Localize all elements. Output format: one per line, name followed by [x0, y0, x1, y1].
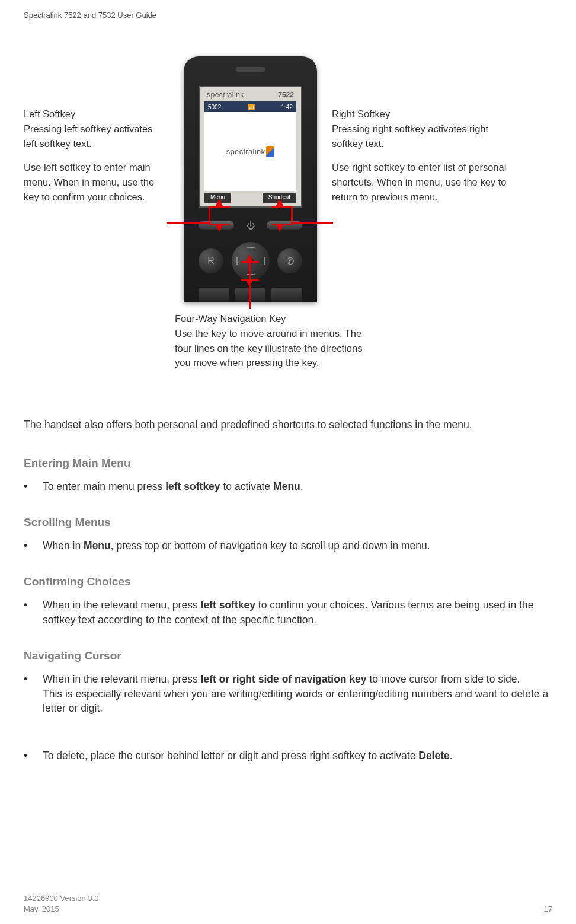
phone-diagram: spectralink 7522 5002 📶 1:42 spectralink…	[24, 56, 552, 400]
status-bar: 5002 📶 1:42	[204, 101, 296, 112]
callout-nav-key: Four-Way Navigation Key Use the key to m…	[175, 311, 370, 370]
arrow-down-icon	[215, 224, 223, 232]
callout-line	[209, 206, 210, 224]
bold-text: left softkey	[165, 480, 220, 492]
text: to activate	[220, 480, 274, 492]
callout-left-usage: Use left softkey to enter main menu. Whe…	[24, 160, 157, 204]
phone-screen: spectralink 7522 5002 📶 1:42 spectralink…	[199, 86, 302, 208]
heading-entering-main-menu: Entering Main Menu	[24, 457, 131, 470]
bold-text: Menu	[273, 480, 300, 492]
status-ext: 5002	[208, 104, 221, 110]
bullet-content: To delete, place the cursor behind lette…	[43, 748, 552, 763]
footer-version: 14226900 Version 3.0	[24, 894, 99, 903]
callout-line	[291, 206, 293, 224]
callout-right-softkey: Right Softkey Pressing right softkey act…	[332, 107, 498, 151]
text: .	[450, 750, 453, 761]
nav-up-icon	[247, 247, 255, 248]
callout-text: Pressing right softkey activates right s…	[332, 123, 488, 149]
bullet-content: When in the relevant menu, press left or…	[43, 672, 552, 716]
bullet-content: To enter main menu press left softkey to…	[43, 479, 552, 494]
arrow-down-icon	[276, 224, 284, 232]
callout-right-usage: Use right softkey to enter list of perso…	[332, 160, 510, 204]
softkey-buttons-row: ⏻	[199, 216, 302, 234]
screen-brand: spectralink	[207, 91, 244, 99]
bullet-content: When in Menu, press top or bottom of nav…	[43, 539, 552, 553]
bullet-icon: •	[24, 598, 43, 627]
bullet-scrolling: • When in Menu, press top or bottom of n…	[24, 539, 552, 553]
text: , press top or bottom of navigation key …	[111, 540, 430, 552]
callout-text: Pressing left softkey activates left sof…	[24, 123, 152, 149]
callout-text: Use the key to move around in menus. The…	[175, 328, 362, 368]
bullet-navigating-2: • To delete, place the cursor behind let…	[24, 748, 552, 763]
phone-speaker	[236, 67, 265, 72]
bold-text: left or right side of navigation key	[201, 673, 367, 685]
bullet-icon: •	[24, 672, 43, 716]
bullet-entering: • To enter main menu press left softkey …	[24, 479, 552, 494]
bullet-content: When in the relevant menu, press left so…	[43, 598, 552, 627]
bullet-icon: •	[24, 748, 43, 763]
callout-title: Four-Way Navigation Key	[175, 313, 286, 324]
text: To enter main menu press	[43, 480, 165, 492]
heading-scrolling-menus: Scrolling Menus	[24, 516, 111, 529]
text: .	[300, 480, 303, 492]
nav-right-icon	[264, 257, 265, 265]
footer-date: May, 2015	[24, 904, 59, 913]
heading-navigating-cursor: Navigating Cursor	[24, 649, 121, 662]
keypad-key	[199, 288, 229, 302]
footer-page-number: 17	[544, 904, 552, 913]
r-button: R	[199, 248, 223, 273]
text: to move cursor from side to side.	[367, 673, 520, 685]
bullet-confirming: • When in the relevant menu, press left …	[24, 598, 552, 627]
intro-paragraph: The handset also offers both personal an…	[24, 418, 552, 432]
callout-left-softkey: Left Softkey Pressing left softkey activ…	[24, 107, 166, 151]
text: To delete, place the cursor behind lette…	[43, 750, 418, 761]
bullet-navigating-1: • When in the relevant menu, press left …	[24, 672, 552, 716]
arrow-up-icon	[215, 199, 223, 207]
logo-text: spectralink	[226, 147, 265, 156]
nav-left-icon	[236, 257, 238, 265]
screen-content: spectralink	[204, 112, 296, 191]
bold-text: Menu	[84, 540, 111, 552]
header-title: Spectralink 7522 and 7532 User Guide	[24, 11, 156, 20]
keypad-key	[271, 288, 302, 302]
bullet-icon: •	[24, 539, 43, 553]
status-signal-icon: 📶	[248, 104, 255, 110]
bullet-icon: •	[24, 479, 43, 494]
callout-line	[167, 222, 209, 224]
arrow-up-icon	[276, 199, 284, 207]
status-time: 1:42	[281, 104, 293, 110]
arrow-up-icon	[245, 254, 254, 263]
callout-title: Right Softkey	[332, 109, 390, 119]
text: When in the relevant menu, press	[43, 673, 201, 685]
power-icon: ⏻	[247, 221, 255, 230]
heading-confirming-choices: Confirming Choices	[24, 575, 131, 588]
screen-model: 7522	[278, 91, 294, 99]
text: When in the relevant menu, press	[43, 599, 201, 611]
arrow-down-icon	[245, 279, 254, 287]
callout-line	[291, 222, 333, 224]
bold-text: left softkey	[201, 599, 255, 611]
callout-title: Left Softkey	[24, 109, 75, 119]
text: This is especially relevant when you are…	[43, 688, 548, 715]
logo-s-icon	[266, 146, 274, 157]
bold-text: Delete	[418, 750, 450, 761]
text: When in	[43, 540, 84, 552]
call-button: ✆	[277, 248, 302, 273]
